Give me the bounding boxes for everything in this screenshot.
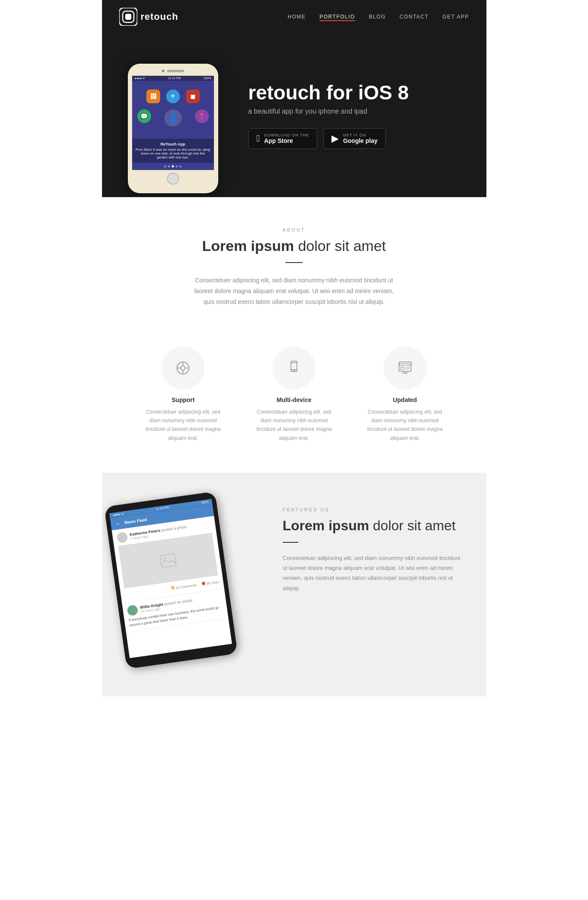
phone-screen: 🖼 + ◼ 💬 👤 📍 ReTouch App Poor Alice! It w… [132, 81, 214, 170]
back-arrow-icon: ← [115, 520, 121, 527]
feature-support-icon-circle [161, 346, 204, 390]
logo: retouch [119, 8, 179, 26]
feature-support-desc: Consectetuer adipiscing elit, sed diam n… [144, 408, 222, 443]
features-us-title: Lorem ipsum dolor sit amet [283, 517, 461, 534]
header: retouch HOME PORTFOLIO BLOG CONTACT GET … [102, 0, 486, 34]
feature-updated-icon-circle [384, 346, 427, 390]
phone-app-info: ReTouch App Poor Alice! It was as much a… [132, 139, 214, 163]
feature-updated-desc: Consectetuer adipiscing elit, sed diam n… [366, 408, 444, 443]
feed-avatar-2 [127, 605, 138, 616]
feature-updated-title: Updated [350, 396, 461, 403]
nav-portfolio[interactable]: PORTFOLIO [319, 14, 355, 20]
features-us-label: FEATURES US [283, 507, 461, 512]
feature-multidevice-icon-circle [272, 346, 316, 390]
phone-status-bar: ●●●● ≋ 11:14 PM 100% [132, 76, 214, 81]
google-play-button[interactable]: ▶ Get it on Google play [323, 128, 386, 149]
phone-speaker [167, 70, 184, 72]
app-icon-chat: 💬 [137, 109, 151, 123]
nav-contact[interactable]: CONTACT [399, 14, 429, 20]
logo-text: retouch [141, 11, 179, 22]
logo-icon [119, 8, 137, 26]
about-body: Consectetuer adipiscing elit, sed diam n… [191, 275, 397, 308]
google-play-text: Get it on Google play [343, 133, 378, 144]
feed-avatar-1 [116, 532, 128, 543]
likes-indicator: 38 Likes [201, 580, 219, 586]
app-store-text: Download on the App Store [264, 133, 309, 144]
feature-support: Support Consectetuer adipiscing elit, se… [128, 346, 239, 443]
hero-subtitle: a beautiful app for you iphone and ipad [248, 108, 461, 115]
app-icon-user: 👤 [164, 109, 182, 127]
phone-dots [132, 163, 214, 170]
app-store-button[interactable]:  Download on the App Store [248, 128, 317, 149]
app-icon-add: + [166, 90, 180, 103]
nav-getapp[interactable]: GET APP [443, 14, 469, 20]
google-play-icon: ▶ [331, 133, 339, 144]
feature-support-title: Support [128, 396, 239, 403]
features-us-content: FEATURES US Lorem ipsum dolor sit amet C… [266, 473, 486, 619]
features-us-body: Consectetuer adipiscing elit, sed diam n… [283, 553, 461, 594]
phone-home-button [167, 173, 179, 185]
hero-section: ●●●● ≋ 11:14 PM 100% 🖼 + ◼ 💬 👤 📍 ReTouch… [102, 34, 486, 197]
feature-multidevice: Multi-device Consectetuer adipiscing eli… [238, 346, 350, 443]
features-icons-section: Support Consectetuer adipiscing elit, se… [102, 329, 486, 473]
hero-content: retouch for iOS 8 a beautiful app for yo… [223, 82, 461, 167]
about-label: ABOUT [119, 227, 469, 232]
support-icon [174, 359, 192, 377]
feature-multidevice-title: Multi-device [238, 396, 350, 403]
svg-rect-20 [160, 554, 176, 567]
main-nav: HOME PORTFOLIO BLOG CONTACT GET APP [288, 14, 469, 20]
about-divider [285, 262, 303, 263]
apple-icon:  [257, 133, 260, 144]
svg-rect-13 [399, 362, 411, 371]
phone-camera [162, 70, 164, 72]
updated-icon [396, 359, 414, 377]
android-screen: Katherine Peters posted a photo 2 hours … [111, 516, 232, 658]
hero-title: retouch for iOS 8 [248, 82, 461, 104]
features-us-divider [283, 542, 298, 543]
svg-point-12 [294, 370, 295, 371]
nav-home[interactable]: HOME [288, 14, 306, 20]
feature-updated: Updated Consectetuer adipiscing elit, se… [350, 346, 461, 443]
hero-phone: ●●●● ≋ 11:14 PM 100% 🖼 + ◼ 💬 👤 📍 ReTouch… [128, 64, 223, 193]
app-icon-photos: 🖼 [146, 90, 160, 103]
app-buttons:  Download on the App Store ▶ Get it on … [248, 128, 461, 149]
features-us-section: ●●●● ≋ 11:14 PM 100% ← News Feed Katheri… [102, 473, 486, 696]
svg-point-4 [181, 366, 185, 370]
phone-icon [285, 359, 303, 377]
svg-rect-14 [399, 364, 411, 365]
nav-blog[interactable]: BLOG [369, 14, 386, 20]
android-phone: ●●●● ≋ 11:14 PM 100% ← News Feed Katheri… [104, 492, 237, 669]
feed-item-1: Katherine Peters posted a photo 2 hours … [111, 516, 224, 603]
about-title: Lorem ipsum dolor sit amet [119, 238, 469, 254]
about-section: ABOUT Lorem ipsum dolor sit amet Consect… [102, 197, 486, 329]
app-icon-red: ◼ [186, 90, 200, 103]
svg-rect-2 [125, 14, 131, 20]
feature-multidevice-desc: Consectetuer adipiscing elit, sed diam n… [255, 408, 333, 443]
comments-indicator: 15 Comments [170, 583, 197, 591]
svg-rect-17 [401, 367, 404, 370]
app-icon-location: 📍 [195, 109, 209, 123]
features-phone-area: ●●●● ≋ 11:14 PM 100% ← News Feed Katheri… [102, 473, 266, 662]
